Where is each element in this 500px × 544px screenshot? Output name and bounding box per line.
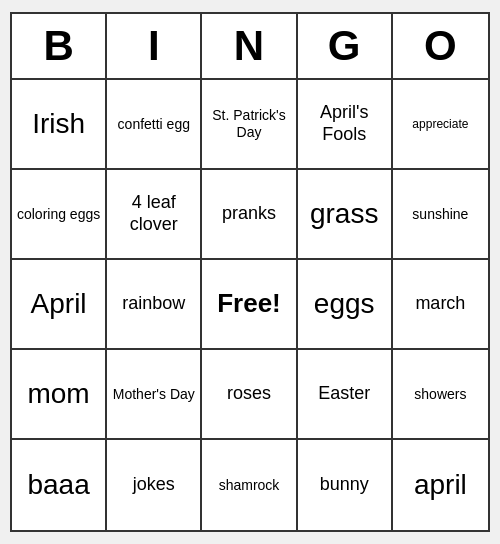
- bingo-cell-0-0: Irish: [12, 80, 107, 170]
- bingo-grid: Irishconfetti eggSt. Patrick's DayApril'…: [12, 80, 488, 530]
- bingo-cell-2-1: rainbow: [107, 260, 202, 350]
- bingo-cell-0-1: confetti egg: [107, 80, 202, 170]
- bingo-cell-2-2: Free!: [202, 260, 297, 350]
- bingo-letter-o: O: [393, 14, 488, 78]
- bingo-cell-1-2: pranks: [202, 170, 297, 260]
- bingo-cell-4-2: shamrock: [202, 440, 297, 530]
- bingo-cell-1-1: 4 leaf clover: [107, 170, 202, 260]
- bingo-letter-g: G: [298, 14, 393, 78]
- bingo-letter-b: B: [12, 14, 107, 78]
- bingo-cell-4-1: jokes: [107, 440, 202, 530]
- bingo-cell-4-3: bunny: [298, 440, 393, 530]
- bingo-cell-2-3: eggs: [298, 260, 393, 350]
- bingo-cell-4-4: april: [393, 440, 488, 530]
- bingo-cell-3-2: roses: [202, 350, 297, 440]
- bingo-cell-1-3: grass: [298, 170, 393, 260]
- bingo-cell-3-1: Mother's Day: [107, 350, 202, 440]
- bingo-card: BINGO Irishconfetti eggSt. Patrick's Day…: [10, 12, 490, 532]
- bingo-cell-1-4: sunshine: [393, 170, 488, 260]
- bingo-cell-1-0: coloring eggs: [12, 170, 107, 260]
- bingo-header: BINGO: [12, 14, 488, 80]
- bingo-cell-2-4: march: [393, 260, 488, 350]
- bingo-cell-3-0: mom: [12, 350, 107, 440]
- bingo-cell-0-3: April's Fools: [298, 80, 393, 170]
- bingo-cell-0-2: St. Patrick's Day: [202, 80, 297, 170]
- bingo-cell-0-4: appreciate: [393, 80, 488, 170]
- bingo-cell-4-0: baaa: [12, 440, 107, 530]
- bingo-cell-2-0: April: [12, 260, 107, 350]
- bingo-letter-n: N: [202, 14, 297, 78]
- bingo-cell-3-4: showers: [393, 350, 488, 440]
- bingo-letter-i: I: [107, 14, 202, 78]
- bingo-cell-3-3: Easter: [298, 350, 393, 440]
